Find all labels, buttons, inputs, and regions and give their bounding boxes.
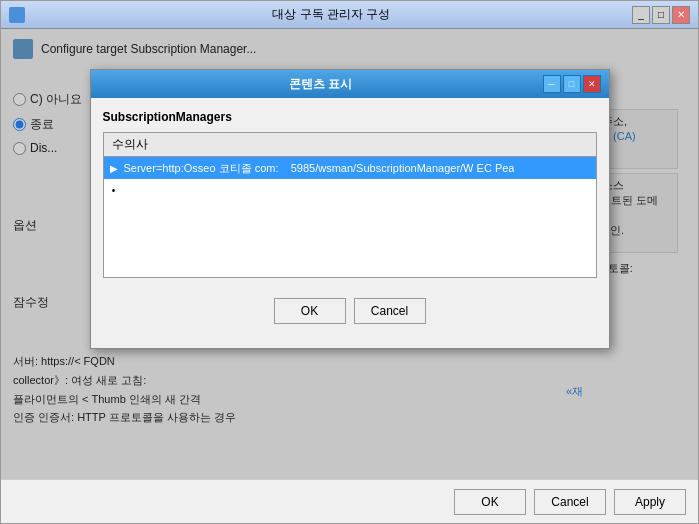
row-arrow: ▶	[108, 163, 120, 174]
modal-table-body: ▶ Server=http:Osseo 코티졸 com: 5985/wsman/…	[104, 157, 596, 277]
apply-button[interactable]: Apply	[614, 489, 686, 515]
modal-close-button[interactable]: ✕	[583, 75, 601, 93]
modal-body: SubscriptionManagers 수의사 ▶ Server=http:O…	[91, 98, 609, 348]
modal-section-title: SubscriptionManagers	[103, 110, 597, 124]
modal-table: 수의사 ▶ Server=http:Osseo 코티졸 com: 5985/ws…	[103, 132, 597, 278]
table-row[interactable]: ▶ Server=http:Osseo 코티졸 com: 5985/wsman/…	[104, 157, 596, 179]
close-button[interactable]: ✕	[672, 6, 690, 24]
modal-title-bar: 콘텐츠 표시 ─ □ ✕	[91, 70, 609, 98]
maximize-button[interactable]: □	[652, 6, 670, 24]
title-bar-buttons: _ □ ✕	[632, 6, 690, 24]
main-footer: OK Cancel Apply	[1, 479, 698, 523]
cancel-button[interactable]: Cancel	[534, 489, 606, 515]
modal-overlay: 콘텐츠 표시 ─ □ ✕ SubscriptionManagers 수의사	[1, 29, 698, 479]
modal-title: 콘텐츠 표시	[99, 76, 543, 93]
title-bar: 대상 구독 관리자 구성 _ □ ✕	[1, 1, 698, 29]
main-window: 대상 구독 관리자 구성 _ □ ✕ Configure target Subs…	[0, 0, 699, 524]
main-window-title: 대상 구독 관리자 구성	[31, 6, 632, 23]
modal-dialog: 콘텐츠 표시 ─ □ ✕ SubscriptionManagers 수의사	[90, 69, 610, 349]
row-text: Server=http:Osseo 코티졸 com: 5985/wsman/Su…	[124, 161, 515, 176]
minimize-button[interactable]: _	[632, 6, 650, 24]
modal-ok-button[interactable]: OK	[274, 298, 346, 324]
modal-table-header: 수의사	[104, 133, 596, 157]
main-content: Configure target Subscription Manager...…	[1, 29, 698, 479]
modal-footer: OK Cancel	[103, 290, 597, 336]
ok-button[interactable]: OK	[454, 489, 526, 515]
modal-maximize-button[interactable]: □	[563, 75, 581, 93]
modal-cancel-button[interactable]: Cancel	[354, 298, 426, 324]
app-icon	[9, 7, 25, 23]
modal-minimize-button[interactable]: ─	[543, 75, 561, 93]
table-row[interactable]: •	[104, 179, 596, 201]
modal-title-buttons: ─ □ ✕	[543, 75, 601, 93]
row-arrow-empty: •	[108, 185, 120, 196]
